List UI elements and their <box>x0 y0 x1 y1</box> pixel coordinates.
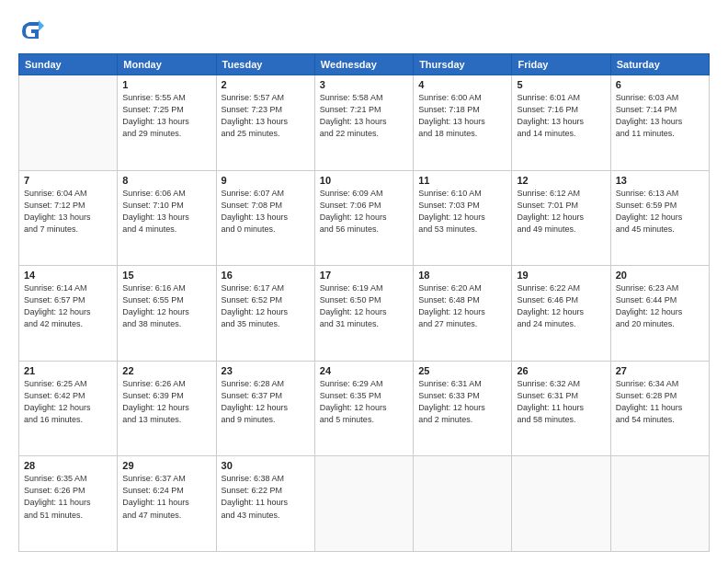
day-cell: 12Sunrise: 6:12 AM Sunset: 7:01 PM Dayli… <box>512 170 610 266</box>
calendar-header: SundayMondayTuesdayWednesdayThursdayFrid… <box>19 54 710 75</box>
day-info: Sunrise: 6:25 AM Sunset: 6:42 PM Dayligh… <box>24 378 112 426</box>
day-cell <box>512 456 610 552</box>
day-info: Sunrise: 6:06 AM Sunset: 7:10 PM Dayligh… <box>122 188 210 236</box>
day-info: Sunrise: 6:16 AM Sunset: 6:55 PM Dayligh… <box>122 282 210 330</box>
day-number: 21 <box>24 365 112 376</box>
day-info: Sunrise: 6:23 AM Sunset: 6:44 PM Dayligh… <box>616 282 704 330</box>
calendar: SundayMondayTuesdayWednesdayThursdayFrid… <box>18 53 710 552</box>
day-number: 1 <box>122 79 210 90</box>
weekday-header-saturday: Saturday <box>610 54 709 75</box>
day-info: Sunrise: 6:38 AM Sunset: 6:22 PM Dayligh… <box>222 473 310 521</box>
day-cell: 3Sunrise: 5:58 AM Sunset: 7:21 PM Daylig… <box>314 75 413 171</box>
day-number: 18 <box>418 270 506 281</box>
day-info: Sunrise: 6:10 AM Sunset: 7:03 PM Dayligh… <box>418 188 506 236</box>
week-row: 28Sunrise: 6:35 AM Sunset: 6:26 PM Dayli… <box>19 456 710 552</box>
day-number: 30 <box>222 460 310 471</box>
day-number: 5 <box>517 79 605 90</box>
day-cell: 20Sunrise: 6:23 AM Sunset: 6:44 PM Dayli… <box>610 266 709 362</box>
day-cell: 8Sunrise: 6:06 AM Sunset: 7:10 PM Daylig… <box>118 170 216 266</box>
day-cell: 10Sunrise: 6:09 AM Sunset: 7:06 PM Dayli… <box>314 170 413 266</box>
day-number: 2 <box>222 79 310 90</box>
day-cell: 30Sunrise: 6:38 AM Sunset: 6:22 PM Dayli… <box>216 456 314 552</box>
day-number: 14 <box>24 270 112 281</box>
day-number: 13 <box>616 175 704 186</box>
day-info: Sunrise: 6:32 AM Sunset: 6:31 PM Dayligh… <box>517 378 605 426</box>
day-cell: 18Sunrise: 6:20 AM Sunset: 6:48 PM Dayli… <box>414 266 512 362</box>
day-number: 6 <box>616 79 704 90</box>
day-cell: 15Sunrise: 6:16 AM Sunset: 6:55 PM Dayli… <box>118 266 216 362</box>
day-number: 7 <box>24 175 112 186</box>
day-info: Sunrise: 6:19 AM Sunset: 6:50 PM Dayligh… <box>320 282 408 330</box>
day-cell: 29Sunrise: 6:37 AM Sunset: 6:24 PM Dayli… <box>118 456 216 552</box>
day-info: Sunrise: 6:04 AM Sunset: 7:12 PM Dayligh… <box>24 188 112 236</box>
day-number: 12 <box>517 175 605 186</box>
day-info: Sunrise: 6:29 AM Sunset: 6:35 PM Dayligh… <box>320 378 408 426</box>
day-number: 25 <box>418 365 506 376</box>
day-number: 28 <box>24 460 112 471</box>
day-number: 24 <box>320 365 408 376</box>
weekday-header-friday: Friday <box>512 54 610 75</box>
day-info: Sunrise: 6:12 AM Sunset: 7:01 PM Dayligh… <box>517 188 605 236</box>
day-cell: 24Sunrise: 6:29 AM Sunset: 6:35 PM Dayli… <box>314 361 413 456</box>
day-cell: 7Sunrise: 6:04 AM Sunset: 7:12 PM Daylig… <box>19 170 118 266</box>
week-row: 7Sunrise: 6:04 AM Sunset: 7:12 PM Daylig… <box>19 170 710 266</box>
weekday-header-monday: Monday <box>118 54 216 75</box>
day-number: 16 <box>222 270 310 281</box>
day-cell: 5Sunrise: 6:01 AM Sunset: 7:16 PM Daylig… <box>512 75 610 171</box>
day-info: Sunrise: 6:07 AM Sunset: 7:08 PM Dayligh… <box>222 188 310 236</box>
day-cell: 6Sunrise: 6:03 AM Sunset: 7:14 PM Daylig… <box>610 75 709 171</box>
day-cell: 22Sunrise: 6:26 AM Sunset: 6:39 PM Dayli… <box>118 361 216 456</box>
day-info: Sunrise: 6:34 AM Sunset: 6:28 PM Dayligh… <box>616 378 704 426</box>
day-info: Sunrise: 6:35 AM Sunset: 6:26 PM Dayligh… <box>24 473 112 521</box>
page: SundayMondayTuesdayWednesdayThursdayFrid… <box>0 0 728 563</box>
day-info: Sunrise: 6:09 AM Sunset: 7:06 PM Dayligh… <box>320 188 408 236</box>
day-cell <box>414 456 512 552</box>
day-info: Sunrise: 6:37 AM Sunset: 6:24 PM Dayligh… <box>122 473 210 521</box>
day-cell: 2Sunrise: 5:57 AM Sunset: 7:23 PM Daylig… <box>216 75 314 171</box>
day-info: Sunrise: 6:17 AM Sunset: 6:52 PM Dayligh… <box>222 282 310 330</box>
day-cell: 13Sunrise: 6:13 AM Sunset: 6:59 PM Dayli… <box>610 170 709 266</box>
day-number: 27 <box>616 365 704 376</box>
day-number: 22 <box>122 365 210 376</box>
calendar-body: 1Sunrise: 5:55 AM Sunset: 7:25 PM Daylig… <box>19 75 710 552</box>
weekday-row: SundayMondayTuesdayWednesdayThursdayFrid… <box>19 54 710 75</box>
day-number: 23 <box>222 365 310 376</box>
day-number: 17 <box>320 270 408 281</box>
day-info: Sunrise: 6:03 AM Sunset: 7:14 PM Dayligh… <box>616 92 704 140</box>
day-cell: 1Sunrise: 5:55 AM Sunset: 7:25 PM Daylig… <box>118 75 216 171</box>
week-row: 1Sunrise: 5:55 AM Sunset: 7:25 PM Daylig… <box>19 75 710 171</box>
day-number: 9 <box>222 175 310 186</box>
day-cell: 19Sunrise: 6:22 AM Sunset: 6:46 PM Dayli… <box>512 266 610 362</box>
day-cell: 17Sunrise: 6:19 AM Sunset: 6:50 PM Dayli… <box>314 266 413 362</box>
day-info: Sunrise: 6:13 AM Sunset: 6:59 PM Dayligh… <box>616 188 704 236</box>
day-info: Sunrise: 6:22 AM Sunset: 6:46 PM Dayligh… <box>517 282 605 330</box>
day-info: Sunrise: 6:00 AM Sunset: 7:18 PM Dayligh… <box>418 92 506 140</box>
week-row: 21Sunrise: 6:25 AM Sunset: 6:42 PM Dayli… <box>19 361 710 456</box>
logo <box>18 18 46 44</box>
day-number: 20 <box>616 270 704 281</box>
day-info: Sunrise: 6:01 AM Sunset: 7:16 PM Dayligh… <box>517 92 605 140</box>
logo-icon <box>18 18 44 44</box>
weekday-header-tuesday: Tuesday <box>216 54 314 75</box>
day-info: Sunrise: 6:26 AM Sunset: 6:39 PM Dayligh… <box>122 378 210 426</box>
day-number: 29 <box>122 460 210 471</box>
day-number: 3 <box>320 79 408 90</box>
day-cell: 9Sunrise: 6:07 AM Sunset: 7:08 PM Daylig… <box>216 170 314 266</box>
header <box>18 15 710 44</box>
day-cell: 26Sunrise: 6:32 AM Sunset: 6:31 PM Dayli… <box>512 361 610 456</box>
day-cell: 28Sunrise: 6:35 AM Sunset: 6:26 PM Dayli… <box>19 456 118 552</box>
day-cell: 27Sunrise: 6:34 AM Sunset: 6:28 PM Dayli… <box>610 361 709 456</box>
day-cell: 4Sunrise: 6:00 AM Sunset: 7:18 PM Daylig… <box>414 75 512 171</box>
day-info: Sunrise: 6:20 AM Sunset: 6:48 PM Dayligh… <box>418 282 506 330</box>
day-info: Sunrise: 6:14 AM Sunset: 6:57 PM Dayligh… <box>24 282 112 330</box>
day-number: 8 <box>122 175 210 186</box>
day-number: 19 <box>517 270 605 281</box>
day-number: 10 <box>320 175 408 186</box>
day-info: Sunrise: 5:58 AM Sunset: 7:21 PM Dayligh… <box>320 92 408 140</box>
day-info: Sunrise: 6:31 AM Sunset: 6:33 PM Dayligh… <box>418 378 506 426</box>
day-info: Sunrise: 5:55 AM Sunset: 7:25 PM Dayligh… <box>122 92 210 140</box>
weekday-header-sunday: Sunday <box>19 54 118 75</box>
day-cell <box>610 456 709 552</box>
day-cell: 14Sunrise: 6:14 AM Sunset: 6:57 PM Dayli… <box>19 266 118 362</box>
day-cell <box>314 456 413 552</box>
